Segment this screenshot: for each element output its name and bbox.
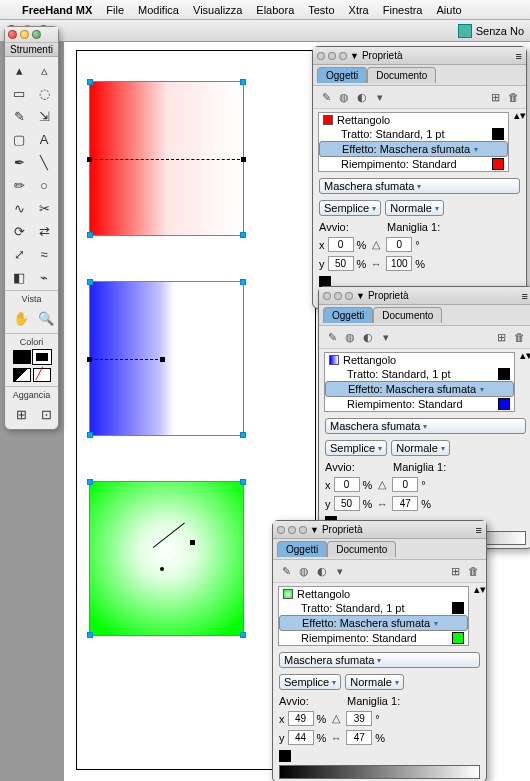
add-stroke-icon[interactable]: ✎ <box>318 89 334 105</box>
y-input[interactable] <box>334 496 360 511</box>
mask-type-select[interactable]: Maschera sfumata <box>319 178 520 194</box>
panel-menu-icon[interactable]: ≡ <box>522 290 528 302</box>
rectangle-blue[interactable] <box>89 281 244 436</box>
length-input[interactable] <box>386 256 412 271</box>
mask-mode2-select[interactable]: Normale <box>391 440 450 456</box>
tab-oggetti[interactable]: Oggetti <box>277 541 327 557</box>
pencil-tool[interactable]: ✏ <box>7 174 31 196</box>
panel-minimize-button[interactable] <box>20 30 29 39</box>
y-input[interactable] <box>288 730 314 745</box>
list-scrollbar[interactable]: ▴▾ <box>474 583 486 649</box>
panel-menu-icon[interactable]: ≡ <box>476 524 482 536</box>
lasso-tool[interactable]: ◌ <box>32 82 56 104</box>
ellipse-tool[interactable]: ○ <box>32 174 56 196</box>
fill-swatch[interactable] <box>33 350 51 364</box>
length-input[interactable] <box>392 496 418 511</box>
menu-testo[interactable]: Testo <box>308 4 334 16</box>
panel-disclosure-icon[interactable]: ▼ <box>356 291 365 301</box>
freeform-tool[interactable]: ∿ <box>7 197 31 219</box>
grid-icon[interactable]: ⊞ <box>493 329 509 345</box>
x-input[interactable] <box>328 237 354 252</box>
angle-input[interactable] <box>392 477 418 492</box>
snap-point-tool[interactable]: ⊡ <box>34 403 58 425</box>
trash-icon[interactable]: 🗑 <box>465 563 481 579</box>
more-icon[interactable]: ▾ <box>332 563 348 579</box>
grid-icon[interactable]: ⊞ <box>487 89 503 105</box>
add-fill-icon[interactable]: ◍ <box>342 329 358 345</box>
list-scrollbar[interactable]: ▴▾ <box>514 109 526 175</box>
connector-tool[interactable]: ⌁ <box>32 266 56 288</box>
grid-icon[interactable]: ⊞ <box>447 563 463 579</box>
menu-finestra[interactable]: Finestra <box>383 4 423 16</box>
mask-type-select[interactable]: Maschera sfumata <box>279 652 480 668</box>
mask-mode2-select[interactable]: Normale <box>345 674 404 690</box>
gradient-ramp[interactable] <box>279 765 480 779</box>
tab-documento[interactable]: Documento <box>373 307 442 323</box>
default-colors-button[interactable] <box>13 368 31 382</box>
menu-modifica[interactable]: Modifica <box>138 4 179 16</box>
more-icon[interactable]: ▾ <box>378 329 394 345</box>
rectangle-red[interactable] <box>89 81 244 236</box>
reflect-tool[interactable]: ⇄ <box>32 220 56 242</box>
output-tool[interactable]: ⇲ <box>32 105 56 127</box>
line-tool[interactable]: ╲ <box>32 151 56 173</box>
panel-close-button[interactable] <box>8 30 17 39</box>
rectangle-green[interactable] <box>89 481 244 636</box>
mask-mode1-select[interactable]: Semplice <box>279 674 341 690</box>
mask-mode1-select[interactable]: Semplice <box>325 440 387 456</box>
text-tool[interactable]: A <box>32 128 56 150</box>
tab-documento[interactable]: Documento <box>327 541 396 557</box>
tab-oggetti[interactable]: Oggetti <box>323 307 373 323</box>
panel-zoom-button[interactable] <box>32 30 41 39</box>
x-input[interactable] <box>334 477 360 492</box>
angle-input[interactable] <box>386 237 412 252</box>
trash-icon[interactable]: 🗑 <box>505 89 521 105</box>
properties-panel-2[interactable]: ▼ Proprietà ≡ Oggetti Documento ✎ ◍ ◐ ▾ … <box>318 286 530 549</box>
pointer-tool[interactable]: ▴ <box>7 59 31 81</box>
hand-tool[interactable]: ✋ <box>9 307 33 329</box>
add-stroke-icon[interactable]: ✎ <box>324 329 340 345</box>
blend-tool[interactable]: ≈ <box>32 243 56 265</box>
y-input[interactable] <box>328 256 354 271</box>
stroke-swatch[interactable] <box>13 350 31 364</box>
properties-panel-1[interactable]: ▼ Proprietà ≡ Oggetti Documento ✎ ◍ ◐ ▾ … <box>312 46 527 309</box>
properties-panel-3[interactable]: ▼ Proprietà ≡ Oggetti Documento ✎ ◍ ◐ ▾ … <box>272 520 487 781</box>
knife-tool[interactable]: ✂ <box>32 197 56 219</box>
mask-type-select[interactable]: Maschera sfumata <box>325 418 526 434</box>
app-menu[interactable]: FreeHand MX <box>22 4 92 16</box>
tab-documento[interactable]: Documento <box>367 67 436 83</box>
add-fill-icon[interactable]: ◍ <box>296 563 312 579</box>
rectangle-tool[interactable]: ▢ <box>7 128 31 150</box>
object-list[interactable]: Rettangolo Tratto: Standard, 1 pt Effett… <box>318 112 509 172</box>
zoom-tool[interactable]: 🔍 <box>34 307 58 329</box>
none-color-button[interactable]: ╱ <box>33 368 51 382</box>
pen-tool[interactable]: ✒ <box>7 151 31 173</box>
add-effect-icon[interactable]: ◐ <box>360 329 376 345</box>
menu-aiuto[interactable]: Aiuto <box>436 4 461 16</box>
tab-oggetti[interactable]: Oggetti <box>317 67 367 83</box>
angle-input[interactable] <box>346 711 372 726</box>
menu-elabora[interactable]: Elabora <box>256 4 294 16</box>
page-tool[interactable]: ▭ <box>7 82 31 104</box>
trash-icon[interactable]: 🗑 <box>511 329 527 345</box>
add-fill-icon[interactable]: ◍ <box>336 89 352 105</box>
add-effect-icon[interactable]: ◐ <box>354 89 370 105</box>
menu-file[interactable]: File <box>106 4 124 16</box>
panel-disclosure-icon[interactable]: ▼ <box>350 51 359 61</box>
eyedropper-tool[interactable]: ✎ <box>7 105 31 127</box>
more-icon[interactable]: ▾ <box>372 89 388 105</box>
menu-visualizza[interactable]: Visualizza <box>193 4 242 16</box>
subselect-tool[interactable]: ▵ <box>32 59 56 81</box>
snap-object-tool[interactable]: ⊞ <box>9 403 33 425</box>
length-input[interactable] <box>346 730 372 745</box>
panel-disclosure-icon[interactable]: ▼ <box>310 525 319 535</box>
object-list[interactable]: Rettangolo Tratto: Standard, 1 pt Effett… <box>278 586 469 646</box>
mask-mode1-select[interactable]: Semplice <box>319 200 381 216</box>
panel-menu-icon[interactable]: ≡ <box>516 50 522 62</box>
rotate-tool[interactable]: ⟳ <box>7 220 31 242</box>
add-effect-icon[interactable]: ◐ <box>314 563 330 579</box>
menu-xtra[interactable]: Xtra <box>349 4 369 16</box>
scale-tool[interactable]: ⤢ <box>7 243 31 265</box>
gradient-stop-swatch[interactable] <box>279 750 291 762</box>
tools-panel[interactable]: Strumenti ▴ ▵ ▭ ◌ ✎ ⇲ ▢ A ✒ ╲ ✏ ○ ∿ ✂ ⟳ … <box>4 26 59 430</box>
